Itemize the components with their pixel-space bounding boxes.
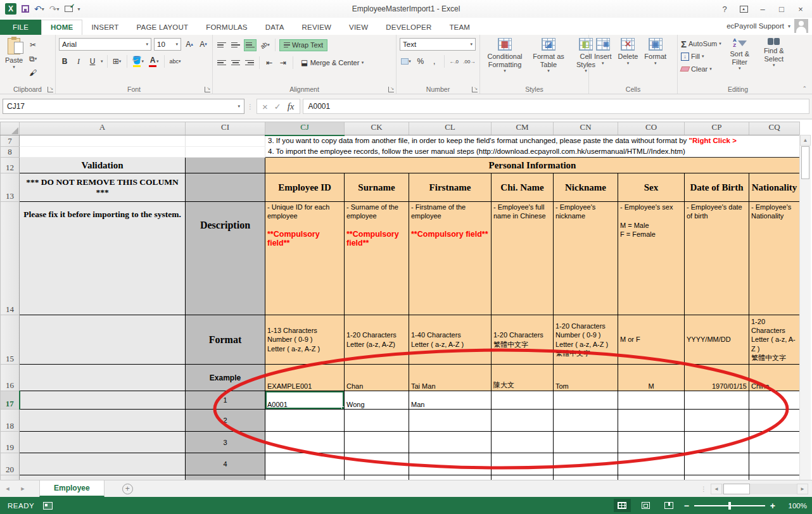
close-button[interactable]: × — [792, 2, 809, 16]
cell-cj19[interactable] — [265, 432, 345, 453]
cell-desc-nickname[interactable]: - Employee's nickname — [554, 202, 618, 315]
font-color-button[interactable]: A▾ — [148, 56, 160, 68]
cell-format-nationality[interactable]: 1-20 Characters Letter ( a-z, A-Z ) 繁體中文… — [749, 315, 800, 365]
cell-cl17[interactable]: Man — [409, 391, 492, 410]
tab-home[interactable]: HOME — [41, 20, 82, 35]
cell-example-sex[interactable]: M — [618, 365, 685, 391]
tab-formulas[interactable]: FORMULAS — [197, 20, 257, 35]
avatar[interactable] — [794, 19, 808, 33]
cell-cm17[interactable] — [492, 391, 554, 410]
name-box-dropdown-icon[interactable]: ▾ — [238, 104, 240, 109]
zoom-in-button[interactable]: + — [770, 501, 775, 511]
column-header-cm[interactable]: CM — [492, 122, 554, 135]
cell-cj20[interactable] — [265, 453, 345, 475]
zoom-out-button[interactable]: − — [684, 501, 689, 511]
account-menu[interactable]: ecPayroll Support ▾ — [726, 19, 808, 33]
increase-indent-button[interactable]: ⇥ — [277, 57, 289, 69]
merge-center-button[interactable]: ⬓ Merge & Center ▾ — [297, 57, 367, 69]
collapse-ribbon-icon[interactable]: ⌃ — [802, 85, 807, 92]
cell-ci8[interactable] — [186, 147, 265, 158]
scroll-right-icon[interactable]: ► — [797, 484, 808, 494]
cell-desc-firstname[interactable]: - Firstname of the employee**Compulsory … — [409, 202, 492, 315]
cell-co17[interactable] — [618, 391, 685, 410]
scroll-up-icon[interactable]: ▲ — [800, 135, 811, 146]
format-as-table-button[interactable]: ◪ Format as Table ▾ — [528, 36, 569, 85]
cell-header-chi-name[interactable]: Chi. Name — [492, 173, 554, 202]
cell-cq20[interactable] — [749, 453, 800, 475]
percent-style-button[interactable]: % — [415, 56, 426, 68]
row-header-13[interactable]: 13 — [1, 173, 20, 202]
comma-style-button[interactable]: , — [429, 56, 440, 68]
underline-button[interactable]: U — [87, 56, 98, 68]
tab-file[interactable]: FILE — [0, 20, 41, 35]
delete-cells-button[interactable]: ✕ Delete ▾ — [615, 36, 642, 85]
cell-a16[interactable] — [20, 365, 186, 391]
number-dialog-launcher-icon[interactable]: ↘ — [472, 87, 478, 92]
cell-example-surname[interactable]: Chan — [345, 365, 409, 391]
tab-team[interactable]: TEAM — [440, 20, 479, 35]
cell-header-employee-id[interactable]: Employee ID — [265, 173, 345, 202]
sheet-tab-employee[interactable]: Employee — [39, 480, 105, 497]
alignment-dialog-launcher-icon[interactable]: ↘ — [388, 87, 394, 92]
cell-format-date-of-birth[interactable]: YYYY/MM/DD — [685, 315, 749, 365]
column-header-ck[interactable]: CK — [345, 122, 409, 135]
decrease-indent-button[interactable]: ⇤ — [263, 57, 275, 69]
bottom-align-button[interactable] — [244, 39, 257, 51]
page-layout-view-button[interactable] — [637, 499, 654, 512]
name-box[interactable]: CJ17 ▾ — [3, 99, 244, 114]
align-center-button[interactable] — [230, 57, 241, 69]
cell-format-label[interactable]: Format — [186, 315, 265, 365]
decrease-decimal-button[interactable]: .00→ — [462, 56, 476, 68]
font-size-select[interactable]: 10▾ — [154, 38, 181, 51]
zoom-percentage[interactable]: 100% — [782, 502, 807, 510]
cell-desc-nationality[interactable]: - Employee's Nationality — [749, 202, 800, 315]
cell-cl18[interactable] — [409, 410, 492, 432]
autosum-button[interactable]: ΣAutoSum▾ — [681, 38, 721, 49]
accounting-format-button[interactable]: ▾ — [400, 56, 412, 68]
copy-button[interactable]: ⧉▾ — [27, 53, 39, 65]
cell-desc-sex[interactable]: - Employee's sex M = Male F = Female — [618, 202, 685, 315]
cell-ci12[interactable] — [186, 158, 265, 173]
row-header-17[interactable]: 17 — [1, 391, 20, 410]
cell-format-surname[interactable]: 1-20 Characters Letter (a-z, A-Z) — [345, 315, 409, 365]
cell-format-nickname[interactable]: 1-20 Characters Number ( 0-9 ) Letter ( … — [554, 315, 618, 365]
cell-cn17[interactable] — [554, 391, 618, 410]
cell-co19[interactable] — [618, 432, 685, 453]
column-header-ci[interactable]: CI — [186, 122, 265, 135]
row-header-8[interactable]: 8 — [1, 147, 20, 158]
scrollbar-divider[interactable]: ⋮ — [701, 486, 707, 492]
cell-a17[interactable] — [20, 391, 186, 410]
paste-button[interactable]: Paste ▾ — [2, 36, 26, 81]
tab-review[interactable]: REVIEW — [293, 20, 341, 35]
cell-cl19[interactable] — [409, 432, 492, 453]
column-header-cn[interactable]: CN — [554, 122, 618, 135]
cell-rownum-3[interactable]: 3 — [186, 432, 265, 453]
cell-header-nationality[interactable]: Nationality — [749, 173, 800, 202]
excel-logo-icon[interactable]: X — [5, 3, 16, 15]
row-header-16[interactable]: 16 — [1, 365, 20, 391]
cell-example-employee-id[interactable]: EXAMPLE001 — [265, 365, 345, 391]
cell-format-sex[interactable]: M or F — [618, 315, 685, 365]
cell-example-label[interactable]: Example — [186, 365, 265, 391]
cell-a15[interactable] — [20, 315, 186, 365]
increase-decimal-button[interactable]: ←.0 — [448, 56, 460, 68]
cell-a8[interactable] — [20, 147, 186, 158]
paste-dropdown-icon[interactable]: ▾ — [13, 65, 15, 70]
undo-button[interactable]: ↶▾ — [34, 4, 44, 14]
cell-desc-surname[interactable]: - Surname of the employee**Compulsory fi… — [345, 202, 409, 315]
cell-format-firstname[interactable]: 1-40 Characters Letter ( a-z, A-Z ) — [409, 315, 492, 365]
format-cells-button[interactable]: ▣ Format ▾ — [641, 36, 669, 85]
cell-cn19[interactable] — [554, 432, 618, 453]
cell-example-nationality[interactable]: China — [749, 365, 800, 391]
cell-do-not-remove[interactable]: *** DO NOT REMOVE THIS COLUMN *** — [20, 173, 186, 202]
cell-fix-note[interactable]: Please fix it before importing to the sy… — [20, 202, 186, 315]
row-header-20[interactable]: 20 — [1, 453, 20, 475]
column-header-cj[interactable]: CJ — [265, 122, 345, 135]
cell-cm18[interactable] — [492, 410, 554, 432]
maximize-button[interactable]: □ — [773, 2, 790, 16]
fill-button[interactable]: ↓Fill▾ — [681, 51, 721, 62]
ribbon-display-options-button[interactable]: ▴ — [735, 2, 752, 16]
vertical-scroll-thumb[interactable] — [801, 146, 809, 179]
zoom-slider-thumb[interactable] — [728, 502, 731, 510]
column-header-cl[interactable]: CL — [409, 122, 492, 135]
